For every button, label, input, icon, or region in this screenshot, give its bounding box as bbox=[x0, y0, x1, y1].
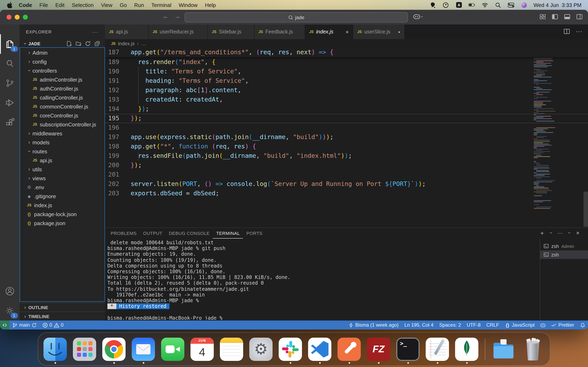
timeline-section[interactable]: ›TIMELINE bbox=[19, 312, 105, 321]
tree-item-admincontroller-js[interactable]: JSadminController.js bbox=[19, 75, 105, 84]
dock-trash[interactable] bbox=[521, 337, 545, 361]
sticky-scroll-line[interactable]: 187app.get("/terms_and_conditions*", (re… bbox=[105, 48, 588, 57]
tree-item-controllers[interactable]: ›controllers bbox=[19, 66, 105, 75]
menu-code[interactable]: Code bbox=[15, 2, 36, 8]
zoom-window-button[interactable] bbox=[23, 15, 28, 20]
explorer-more-button[interactable]: ··· bbox=[92, 29, 98, 35]
copilot-button[interactable]: › bbox=[413, 13, 423, 20]
tree-item-index-js[interactable]: JSindex.js bbox=[19, 201, 105, 210]
close-panel-icon[interactable]: × bbox=[575, 230, 581, 236]
activity-accounts[interactable] bbox=[0, 281, 19, 301]
panel-tab-problems[interactable]: PROBLEMS bbox=[107, 228, 140, 239]
tree-item-corecontroller-js[interactable]: JScoreController.js bbox=[19, 111, 105, 120]
tree-item-views[interactable]: ›views bbox=[19, 174, 105, 183]
dock-slack[interactable] bbox=[279, 337, 302, 361]
code-line-187[interactable]: 187app.get("/terms_and_conditions*", (re… bbox=[105, 48, 588, 57]
menu-clock[interactable]: Wed 4 Jun 3:33 PM bbox=[534, 2, 581, 8]
tab-sidebar.js[interactable]: JSSidebar.js bbox=[208, 25, 254, 39]
menu-go[interactable]: Go bbox=[116, 2, 131, 8]
tree-item--env[interactable]: ⚙.env bbox=[19, 183, 105, 192]
terminal-output[interactable]: delete mode 100644 build/robots.txtbisma… bbox=[107, 240, 538, 320]
terminal-list-item[interactable]: zshAdmin bbox=[540, 242, 588, 250]
control-center-icon[interactable] bbox=[508, 2, 515, 8]
tree-item-middlewares[interactable]: ›middlewares bbox=[19, 129, 105, 138]
status-eol[interactable]: CRLF bbox=[484, 320, 502, 329]
refresh-icon[interactable] bbox=[85, 41, 91, 47]
maximize-panel-icon[interactable]: › bbox=[566, 232, 571, 234]
apple-menu-icon[interactable] bbox=[7, 1, 13, 8]
dock-textedit[interactable] bbox=[426, 337, 449, 361]
menu-view[interactable]: View bbox=[97, 2, 116, 8]
new-file-icon[interactable] bbox=[66, 41, 72, 47]
tree-item-callingcontroller-js[interactable]: JScallingController.js bbox=[19, 93, 105, 102]
menu-file[interactable]: File bbox=[36, 2, 52, 8]
activity-manage[interactable]: 1 bbox=[0, 301, 19, 320]
more-actions-icon[interactable]: ··· bbox=[576, 28, 582, 35]
activity-explorer[interactable]: 1 bbox=[0, 34, 19, 54]
status-copilot-status[interactable] bbox=[537, 320, 549, 329]
command-center-search[interactable]: jade bbox=[185, 12, 408, 22]
activity-extensions[interactable] bbox=[0, 113, 19, 132]
menu-window[interactable]: Window bbox=[175, 2, 201, 8]
terminal-dropdown-icon[interactable]: › bbox=[549, 232, 553, 234]
code-editor[interactable]: 189 res.render("index", {190 title: "Ter… bbox=[105, 48, 588, 227]
battery-icon[interactable] bbox=[468, 2, 476, 8]
spotlight-icon[interactable] bbox=[495, 2, 502, 8]
menu-edit[interactable]: Edit bbox=[52, 2, 68, 8]
dock-vscode[interactable] bbox=[308, 337, 331, 361]
app-badge-icon[interactable] bbox=[429, 2, 436, 8]
wifi-icon[interactable] bbox=[482, 2, 489, 8]
timer-icon[interactable] bbox=[442, 2, 449, 8]
code-line-189[interactable]: 189 res.render("index", { bbox=[105, 58, 588, 67]
close-tab-icon[interactable]: × bbox=[346, 29, 349, 35]
panel-left-icon[interactable] bbox=[552, 13, 559, 20]
editor-scrollbar[interactable] bbox=[584, 192, 588, 227]
code-line-197[interactable]: 197app.use(express.static(path.join(__di… bbox=[105, 133, 588, 142]
breadcrumb[interactable]: JS index.js › … bbox=[105, 39, 588, 48]
dock-settings[interactable]: ⚙ bbox=[249, 337, 273, 361]
new-folder-icon[interactable] bbox=[76, 41, 81, 47]
tab-feedback.js[interactable]: JSFeedback.js bbox=[254, 25, 305, 39]
tree-item-commoncontroller-js[interactable]: JScommonController.js bbox=[19, 102, 105, 111]
dock-filezilla[interactable]: FZ bbox=[367, 337, 390, 361]
back-button[interactable]: ← bbox=[163, 13, 169, 20]
breadcrumb-file[interactable]: index.js bbox=[118, 41, 135, 46]
code-line-201[interactable]: 201 bbox=[105, 170, 588, 179]
dock-terminal[interactable]: >_ bbox=[396, 337, 420, 361]
tree-item-config[interactable]: ›config bbox=[19, 57, 105, 66]
status-formatter[interactable]: Prettier bbox=[549, 320, 577, 329]
tree-item-routes[interactable]: ›routes bbox=[19, 147, 105, 156]
menu-help[interactable]: Help bbox=[201, 2, 220, 8]
status-branch[interactable]: main bbox=[9, 320, 40, 329]
panel-right-icon[interactable] bbox=[576, 13, 583, 20]
code-line-191[interactable]: 191 heading: "Terms of Service", bbox=[105, 76, 588, 86]
dock-calendar[interactable]: JUN4 bbox=[190, 337, 214, 361]
code-line-195[interactable]: 195}); bbox=[105, 114, 588, 123]
tab-api.js[interactable]: JSapi.js bbox=[105, 25, 149, 39]
activity-source-control[interactable] bbox=[0, 73, 19, 93]
tree-item-package-json[interactable]: {}package.json bbox=[19, 218, 105, 227]
code-line-199[interactable]: 199 res.sendFile(path.join(__dirname, "b… bbox=[105, 151, 588, 161]
tree-item-subscriptioncontroller-js[interactable]: JSsubscriptionController.js bbox=[19, 120, 105, 129]
code-line-194[interactable]: 194 }); bbox=[105, 104, 588, 114]
tree-item-api-js[interactable]: JSapi.js bbox=[19, 156, 105, 165]
status-language-mode[interactable]: {}JavaScript bbox=[502, 320, 537, 329]
code-line-200[interactable]: 200}); bbox=[105, 161, 588, 170]
forward-button[interactable]: → bbox=[174, 13, 181, 20]
split-editor-icon[interactable] bbox=[563, 28, 570, 35]
minimize-window-button[interactable] bbox=[15, 15, 20, 20]
outline-section[interactable]: ›OUTLINE bbox=[19, 303, 105, 312]
dock-launchpad[interactable] bbox=[73, 337, 96, 361]
tab-userreducer.js[interactable]: JSuserReducer.js bbox=[149, 25, 208, 39]
collapse-all-icon[interactable] bbox=[94, 41, 100, 47]
dock-facetime[interactable] bbox=[161, 337, 184, 361]
layout-customize-icon[interactable] bbox=[539, 13, 546, 20]
tab-userslice.js[interactable]: JSuserSlice.js● bbox=[353, 25, 405, 39]
menu-selection[interactable]: Selection bbox=[68, 2, 97, 8]
code-line-202[interactable]: 202server.listen(PORT, () => console.log… bbox=[105, 179, 588, 189]
code-line-193[interactable]: 193 createdAt: createdAt, bbox=[105, 95, 588, 104]
status-encoding[interactable]: UTF-8 bbox=[464, 320, 484, 329]
dock-mail[interactable] bbox=[132, 337, 155, 361]
dock-mongodb[interactable] bbox=[455, 337, 478, 361]
dock-chrome[interactable] bbox=[102, 337, 126, 361]
